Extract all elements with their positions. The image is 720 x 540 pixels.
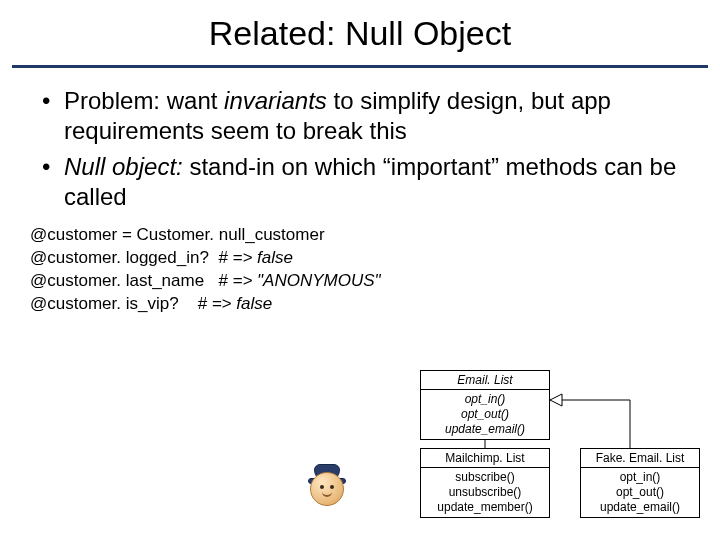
uml-class-name: Fake. Email. List: [581, 449, 699, 468]
bullet-item: Problem: want invariants to simplify des…: [42, 86, 690, 146]
code-text: @customer. logged_in?: [30, 248, 218, 267]
code-line: @customer = Customer. null_customer: [30, 224, 690, 247]
code-block: @customer = Customer. null_customer @cus…: [0, 218, 720, 316]
uml-class-name: Email. List: [421, 371, 549, 390]
uml-method: opt_out(): [587, 485, 693, 500]
code-line: @customer. logged_in? # => false: [30, 247, 690, 270]
uml-method: opt_in(): [427, 392, 543, 407]
uml-method: opt_in(): [587, 470, 693, 485]
code-text: @customer. is_vip?: [30, 294, 198, 313]
uml-class-body: opt_in() opt_out() update_email(): [581, 468, 699, 517]
uml-diagram: Email. List opt_in() opt_out() update_em…: [260, 370, 710, 540]
page-title: Related: Null Object: [0, 0, 720, 65]
bullet-list: Problem: want invariants to simplify des…: [0, 86, 720, 212]
monkey-icon: [310, 468, 352, 510]
uml-method: update_email(): [587, 500, 693, 515]
code-text: @customer. last_name: [30, 271, 218, 290]
title-rule: [12, 65, 708, 68]
bullet-text: Problem: want: [64, 87, 224, 114]
code-comment: # => false: [198, 294, 273, 313]
uml-method: unsubscribe(): [427, 485, 543, 500]
uml-class-child: Mailchimp. List subscribe() unsubscribe(…: [420, 448, 550, 518]
bullet-em: Null object:: [64, 153, 183, 180]
uml-class-name: Mailchimp. List: [421, 449, 549, 468]
uml-class-body: subscribe() unsubscribe() update_member(…: [421, 468, 549, 517]
uml-class-parent: Email. List opt_in() opt_out() update_em…: [420, 370, 550, 440]
code-comment: # => false: [218, 248, 293, 267]
bullet-em: invariants: [224, 87, 327, 114]
svg-marker-3: [550, 394, 562, 406]
uml-class-child: Fake. Email. List opt_in() opt_out() upd…: [580, 448, 700, 518]
code-line: @customer. last_name # => "ANONYMOUS": [30, 270, 690, 293]
code-comment: # => "ANONYMOUS": [218, 271, 380, 290]
code-line: @customer. is_vip? # => false: [30, 293, 690, 316]
uml-class-body: opt_in() opt_out() update_email(): [421, 390, 549, 439]
uml-method: update_email(): [427, 422, 543, 437]
bullet-item: Null object: stand-in on which “importan…: [42, 152, 690, 212]
code-text: @customer = Customer. null_customer: [30, 225, 325, 244]
uml-method: subscribe(): [427, 470, 543, 485]
uml-method: opt_out(): [427, 407, 543, 422]
uml-method: update_member(): [427, 500, 543, 515]
